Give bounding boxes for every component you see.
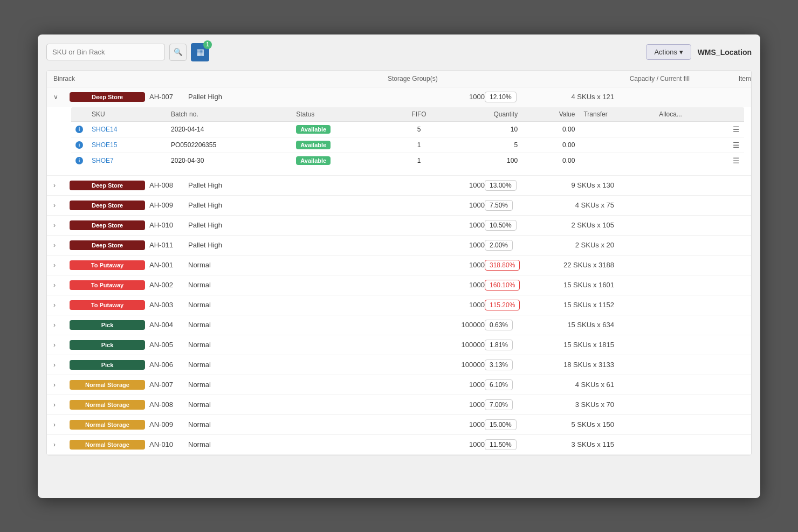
sub-col-transfer: Transfer (579, 107, 655, 121)
items-count: 15 SKUs x 1815 (549, 341, 614, 349)
sub-col-batch: Batch no. (167, 107, 292, 121)
chevron-icon[interactable]: › (53, 381, 70, 389)
chevron-icon[interactable]: › (53, 182, 70, 189)
binrack-row: › Pick AN-005 Normal 100000 1.81% 15 SKU… (47, 335, 751, 355)
rows-container: ∨ Deep Store AH-007 Pallet High 1000 12.… (47, 87, 751, 455)
filter-button[interactable]: ▦ 1 (191, 43, 209, 61)
binrack-row: ∨ Deep Store AH-007 Pallet High 1000 12.… (47, 87, 751, 107)
menu-icon[interactable]: ☰ (733, 125, 740, 134)
chevron-icon[interactable]: › (53, 202, 70, 209)
info-icon[interactable]: i (75, 157, 83, 164)
items-count: 4 SKUs x 61 (549, 381, 614, 389)
search-icon: 🔍 (174, 48, 183, 56)
chevron-icon[interactable]: › (53, 341, 70, 349)
filter-badge: 1 (203, 40, 212, 49)
chevron-icon[interactable]: › (53, 301, 70, 309)
items-count: 22 SKUs x 3188 (549, 261, 614, 269)
chevron-icon[interactable]: › (53, 361, 70, 369)
chevron-icon[interactable]: › (53, 261, 70, 269)
tag-label: Deep Store (70, 92, 145, 102)
storage-group: Normal (188, 301, 388, 309)
capacity-value: 1000 (388, 221, 485, 229)
binrack-row: › Deep Store AH-009 Pallet High 1000 7.5… (47, 196, 751, 216)
chevron-icon[interactable]: › (53, 222, 70, 229)
sku-link[interactable]: SHOE14 (92, 126, 117, 133)
fill-badge-cell: 115.20% (485, 300, 549, 310)
col-header-storage: Storage Group(s) (388, 75, 593, 82)
capacity-value: 100000 (388, 341, 485, 349)
capacity-value: 1000 (388, 381, 485, 389)
chevron-icon[interactable]: › (53, 241, 70, 249)
info-icon[interactable]: i (75, 141, 83, 149)
storage-group: Normal (188, 341, 388, 349)
batch-cell: 2020-04-14 (167, 121, 292, 137)
binrack-id: AH-008 (145, 181, 188, 189)
binrack-row: › Pick AN-004 Normal 100000 0.63% 15 SKU… (47, 315, 751, 335)
menu-cell: ☰ (728, 137, 745, 153)
binrack-id: AN-001 (145, 261, 188, 269)
info-icon[interactable]: i (75, 126, 83, 133)
sku-cell: SHOE14 (87, 121, 167, 137)
fifo-cell: 5 (392, 121, 446, 137)
binrack-id: AH-010 (145, 221, 188, 229)
fifo-cell: 1 (392, 137, 446, 153)
fill-badge: 3.13% (485, 360, 513, 370)
sub-col-menu (728, 107, 745, 121)
sku-link[interactable]: SHOE15 (92, 141, 117, 149)
fill-badge: 0.63% (485, 320, 513, 330)
capacity-value: 1000 (388, 400, 485, 409)
status-cell: Available (292, 121, 391, 137)
menu-icon[interactable]: ☰ (733, 156, 740, 165)
binrack-row: › Pick AN-006 Normal 100000 3.13% 18 SKU… (47, 355, 751, 375)
value-cell: 0.00 (522, 153, 579, 168)
chevron-icon[interactable]: › (53, 281, 70, 289)
chevron-icon[interactable]: › (53, 441, 70, 448)
fill-badge: 1.81% (485, 340, 513, 350)
fill-badge-cell: 12.10% (485, 92, 549, 102)
tag-label: Deep Store (70, 240, 145, 250)
sub-table: SKU Batch no. Status FIFO Quantity Value… (71, 107, 745, 169)
main-table: Binrack Storage Group(s) Capacity / Curr… (46, 70, 752, 455)
search-input[interactable] (46, 44, 165, 60)
binrack-id: AN-004 (145, 321, 188, 329)
toolbar-right: Actions ▾ WMS_Location (646, 44, 752, 60)
tag-label: Normal Storage (70, 400, 145, 410)
table-row: i SHOE14 2020-04-14 Available 5 10 0.00 … (71, 121, 745, 137)
actions-button[interactable]: Actions ▾ (646, 44, 691, 60)
table-row: i SHOE7 2020-04-30 Available 1 100 0.00 … (71, 153, 745, 168)
chevron-icon[interactable]: ∨ (53, 93, 70, 101)
storage-group: Normal (188, 400, 388, 409)
binrack-row: › Normal Storage AN-008 Normal 1000 7.00… (47, 395, 751, 415)
tag-label: Pick (70, 340, 145, 350)
binrack-id: AN-005 (145, 341, 188, 349)
binrack-id: AN-002 (145, 281, 188, 289)
chevron-icon[interactable]: › (53, 421, 70, 429)
chevron-icon[interactable]: › (53, 401, 70, 409)
fill-badge-cell: 1.81% (485, 340, 549, 350)
quantity-cell: 100 (446, 153, 522, 168)
batch-cell: PO0502206355 (167, 137, 292, 153)
sku-link[interactable]: SHOE7 (92, 157, 114, 164)
fill-badge: 2.00% (485, 240, 513, 251)
search-button[interactable]: 🔍 (169, 44, 187, 61)
alloca-cell (655, 137, 728, 153)
transfer-cell (579, 121, 655, 137)
storage-group: Normal (188, 281, 388, 289)
value-cell: 0.00 (522, 121, 579, 137)
menu-icon[interactable]: ☰ (733, 141, 740, 149)
chevron-icon[interactable]: › (53, 321, 70, 329)
main-window: 🔍 ▦ 1 Actions ▾ WMS_Location Binrack Sto… (38, 34, 760, 498)
fifo-cell: 1 (392, 153, 446, 168)
items-count: 15 SKUs x 1152 (549, 301, 614, 309)
table-row: i SHOE15 PO0502206355 Available 1 5 0.00… (71, 137, 745, 153)
binrack-id: AH-011 (145, 241, 188, 249)
fill-badge-cell: 160.10% (485, 280, 549, 291)
binrack-id: AN-008 (145, 400, 188, 409)
sku-cell: SHOE7 (87, 153, 167, 168)
fill-badge-cell: 7.50% (485, 200, 549, 211)
storage-group: Normal (188, 440, 388, 448)
storage-group: Normal (188, 381, 388, 389)
binrack-id: AN-007 (145, 381, 188, 389)
status-badge: Available (296, 141, 331, 149)
sub-col-info (71, 107, 88, 121)
